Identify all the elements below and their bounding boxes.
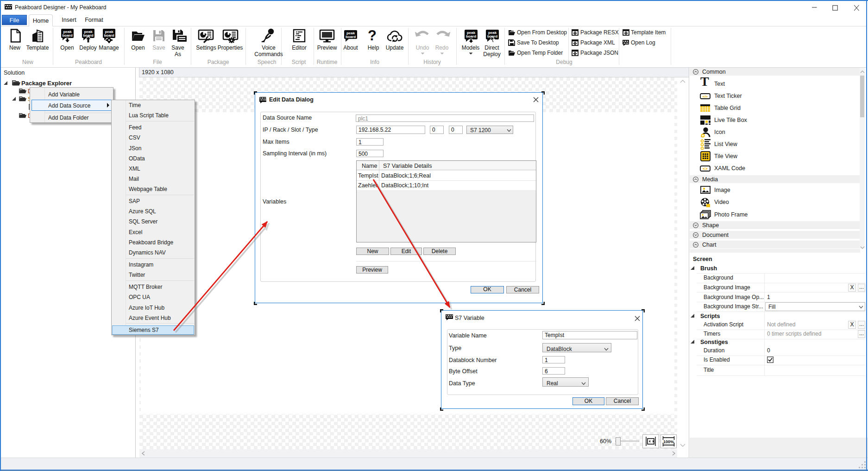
svg-text:board: board	[62, 33, 72, 38]
svg-text:<>: <>	[703, 166, 708, 171]
svg-text:board: board	[346, 35, 356, 39]
svg-text:board: board	[466, 34, 476, 38]
svg-text:100%: 100%	[663, 439, 674, 444]
svg-text:</>: </>	[703, 95, 708, 99]
